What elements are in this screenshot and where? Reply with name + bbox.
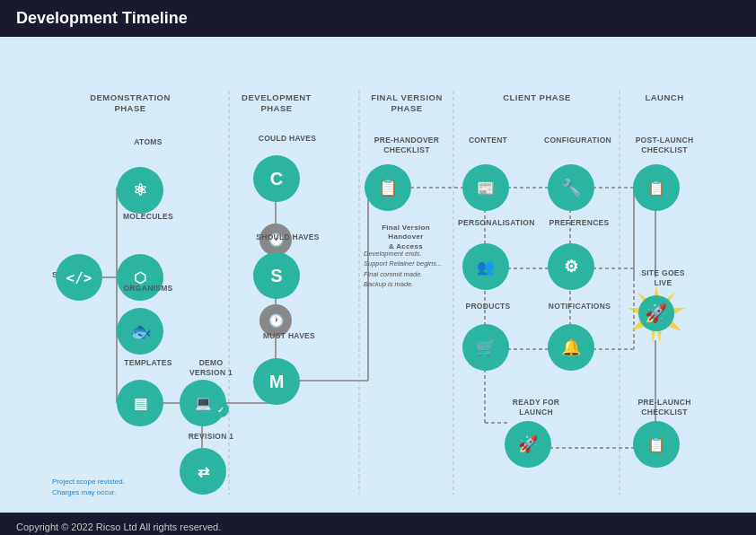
- header: Development Timeline: [0, 0, 756, 37]
- content-icon: 📰: [462, 164, 509, 211]
- atoms-icon: ⚛: [117, 167, 163, 214]
- phase-label-final: FINAL VERSIONPHASE: [366, 92, 447, 115]
- organisms-label: ORGANISMS: [112, 284, 184, 294]
- final-handover-label: Final Version Handover& Access: [366, 224, 445, 251]
- phase-label-launch: LAUNCH: [629, 92, 700, 103]
- molecules-label: MOLECULES: [112, 212, 184, 222]
- should-haves-icon: S: [253, 252, 300, 299]
- demo-v1-check: ✓: [213, 401, 229, 417]
- must-haves-icon: M: [253, 358, 300, 405]
- demo-v1-label: DEMOVERSION 1: [180, 358, 242, 378]
- pre-launch-label: PRE-LAUNCHCHECKLIST: [632, 398, 697, 417]
- could-haves-icon: C: [253, 155, 300, 202]
- preferences-label: PREFERENCES: [548, 218, 611, 228]
- pre-handover-icon: 📋: [365, 164, 411, 211]
- could-haves-label: COULD HAVES: [251, 134, 323, 144]
- should-haves-label: SHOULD HAVES: [250, 232, 326, 242]
- phase-label-client: CLIENT PHASE: [470, 92, 604, 103]
- start-icon: </>: [56, 254, 102, 301]
- atoms-label: ATOMS: [121, 137, 175, 147]
- page-title: Development Timeline: [16, 9, 188, 27]
- must-haves-label: MUST HAVES: [253, 331, 325, 341]
- preferences-icon: ⚙: [548, 243, 594, 290]
- dev-notes: Development ends.Support Retainer begins…: [364, 249, 446, 289]
- organisms-icon: 🐟: [117, 308, 163, 355]
- personalisation-icon: 👥: [462, 243, 509, 290]
- main-content: DEMONSTRATION PHASE DEVELOPMENTPHASE FIN…: [0, 37, 756, 513]
- footer: Copyright © 2022 Ricso Ltd All rights re…: [0, 513, 756, 535]
- revision1-label: REVISION 1: [180, 432, 242, 442]
- ready-launch-icon: 🚀: [505, 421, 551, 468]
- site-goes-live-icon: 🚀: [622, 279, 690, 346]
- pre-handover-label: PRE-HANDOVERCHECKLIST: [366, 136, 447, 155]
- post-launch-icon: 📋: [633, 164, 680, 211]
- templates-icon: ▤: [117, 380, 163, 426]
- content-label: CONTENT: [463, 136, 513, 145]
- revision-note: Project scope revisted.Charges may occur…: [52, 477, 125, 498]
- products-label: PRODUCTS: [463, 302, 513, 311]
- post-launch-label: POST-LAUNCHCHECKLIST: [632, 136, 697, 155]
- phase-label-demonstration: DEMONSTRATION PHASE: [76, 92, 184, 115]
- products-icon: 🛒: [462, 324, 509, 371]
- templates-label: TEMPLATES: [117, 358, 180, 368]
- configuration-icon: 🔧: [548, 164, 594, 211]
- notifications-icon: 🔔: [548, 324, 594, 371]
- copyright-text: Copyright © 2022 Ricso Ltd All rights re…: [16, 522, 221, 532]
- personalisation-label: PERSONALISATION: [458, 218, 521, 228]
- revision1-icon: ⇄: [180, 448, 226, 495]
- phase-label-development: DEVELOPMENTPHASE: [236, 92, 317, 115]
- ready-launch-label: READY FORLAUNCH: [505, 398, 567, 417]
- pre-launch-icon: 📋: [633, 421, 680, 468]
- molecules-icon: ⬡: [117, 254, 163, 301]
- notifications-label: NOTIFICATIONS: [546, 302, 613, 311]
- configuration-label: CONFIGURATION: [544, 136, 611, 145]
